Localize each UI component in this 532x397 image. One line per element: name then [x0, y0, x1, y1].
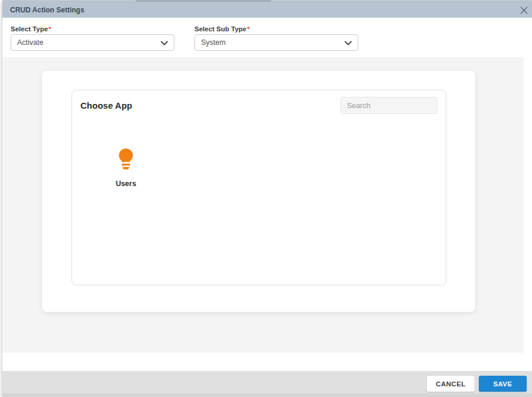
app-item-label: Users	[108, 180, 144, 188]
cancel-button[interactable]: CANCEL	[427, 376, 475, 392]
app-item-users[interactable]: Users	[108, 148, 144, 188]
crud-action-settings-screen: CRUD Action Settings Select Type* Activa…	[0, 0, 532, 397]
choose-app-panel: Choose App Users	[72, 90, 446, 285]
modal-header: CRUD Action Settings	[2, 2, 532, 18]
select-sub-type-label-text: Select Sub Type	[194, 25, 246, 32]
modal-footer: CANCEL SAVE	[2, 371, 532, 393]
crud-action-settings-modal: CRUD Action Settings Select Type* Activa…	[2, 2, 532, 397]
chevron-down-icon	[345, 37, 352, 48]
select-type-value: Activate	[17, 38, 161, 47]
search-input[interactable]	[340, 97, 437, 114]
bottom-edge-strip	[2, 393, 532, 397]
app-chooser-card: Choose App Users	[42, 71, 475, 312]
select-sub-type-value: System	[201, 38, 345, 47]
choose-app-heading: Choose App	[80, 100, 132, 110]
select-type-label-text: Select Type	[11, 25, 48, 32]
select-sub-type-dropdown[interactable]: System	[194, 34, 358, 51]
select-sub-type-label: Select Sub Type*	[194, 25, 249, 32]
select-type-dropdown[interactable]: Activate	[11, 34, 174, 51]
select-type-label: Select Type*	[11, 25, 51, 32]
close-icon[interactable]	[519, 5, 528, 15]
chevron-down-icon	[161, 37, 168, 48]
modal-title: CRUD Action Settings	[10, 6, 85, 14]
save-button[interactable]: SAVE	[479, 376, 527, 392]
lightbulb-icon	[117, 148, 135, 172]
required-asterisk: *	[247, 25, 249, 32]
required-asterisk: *	[48, 25, 51, 32]
